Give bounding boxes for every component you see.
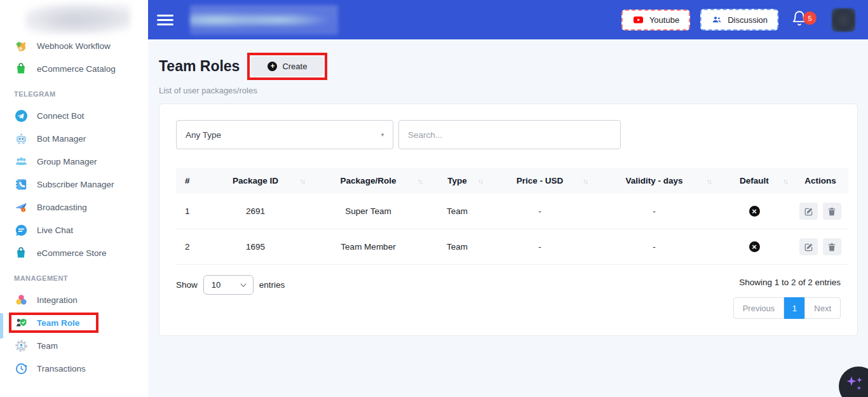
cell-package-id: 1695 <box>201 229 309 265</box>
sort-icon[interactable]: ↑↓ <box>707 177 711 185</box>
sidebar-item-label: Transactions <box>37 364 86 373</box>
sparkles-icon <box>845 375 864 394</box>
cell-price: - <box>487 229 592 265</box>
sidebar: Webhook Workflow eCommerce Catalog TELEG… <box>0 0 148 397</box>
telegram-icon <box>14 109 28 123</box>
notifications-button[interactable]: 5 <box>791 10 810 29</box>
youtube-icon <box>632 15 644 25</box>
roles-table: # Package ID↑↓ Package/Role↑↓ Type↑↓ Pri… <box>176 168 848 265</box>
edit-pencil-icon <box>804 207 813 216</box>
youtube-button[interactable]: Youtube <box>621 10 690 30</box>
create-button-label: Create <box>282 62 307 71</box>
sidebar-item-label: Bot Manager <box>37 134 86 144</box>
cell-package-id: 2691 <box>201 194 309 229</box>
create-button[interactable]: + Create <box>251 57 323 76</box>
sort-icon[interactable]: ↑↓ <box>583 177 587 185</box>
sidebar-item-label: Group Manager <box>37 157 97 166</box>
sidebar-item-label: eCommerce Catalog <box>37 64 116 74</box>
sidebar-item-broadcasting[interactable]: 1 Broadcasting <box>0 196 148 219</box>
column-header-package-id[interactable]: Package ID↑↓ <box>201 168 309 194</box>
transactions-history-icon <box>14 361 28 375</box>
sidebar-item-ecommerce-catalog[interactable]: eCommerce Catalog <box>0 57 148 80</box>
brand-logo <box>190 5 338 35</box>
cell-package-role: Team Member <box>309 229 427 265</box>
table-row: 1 2691 Super Team Team - - × <box>176 194 848 229</box>
user-avatar[interactable] <box>832 8 855 32</box>
sidebar-item-webhook-workflow[interactable]: Webhook Workflow <box>0 34 148 57</box>
table-header-row: # Package ID↑↓ Package/Role↑↓ Type↑↓ Pri… <box>176 168 848 194</box>
team-gear-icon <box>14 339 28 353</box>
sidebar-item-connect-bot[interactable]: Connect Bot <box>0 104 148 127</box>
column-header-default[interactable]: Default↑↓ <box>716 168 792 194</box>
column-header-type[interactable]: Type↑↓ <box>427 168 487 194</box>
cell-default: × <box>716 194 792 229</box>
trash-icon <box>827 243 836 252</box>
column-header-price[interactable]: Price - USD↑↓ <box>487 168 592 194</box>
sidebar-item-integration[interactable]: Integration <box>0 288 148 311</box>
search-input[interactable] <box>398 120 621 149</box>
trash-icon <box>827 207 836 216</box>
chat-bubble-icon <box>14 223 28 237</box>
sidebar-item-team[interactable]: Team <box>0 334 148 357</box>
sidebar-item-label: Live Chat <box>37 225 73 235</box>
pagination-previous-button[interactable]: Previous <box>733 297 785 319</box>
entries-per-page-group: Show 10 entries <box>176 275 285 295</box>
sidebar-item-label: Broadcasting <box>37 203 87 212</box>
pagination-page-1-button[interactable]: 1 <box>784 297 804 319</box>
sidebar-item-ecommerce-store[interactable]: eCommerce Store <box>0 241 148 264</box>
delete-button[interactable] <box>823 238 841 255</box>
sidebar-item-label: Team <box>37 341 58 351</box>
entries-per-page-value: 10 <box>212 280 220 290</box>
sort-icon[interactable]: ↑↓ <box>783 177 787 185</box>
top-navbar: Youtube Discussion 5 <box>148 0 868 39</box>
sort-icon[interactable]: ↑↓ <box>300 177 304 185</box>
sidebar-item-bot-manager[interactable]: Bot Manager <box>0 127 148 150</box>
cell-num: 2 <box>176 229 201 265</box>
page-content: Team Roles + Create List of user package… <box>148 39 868 336</box>
team-role-shield-icon <box>14 316 28 330</box>
cell-price: - <box>487 194 592 229</box>
sort-icon[interactable]: ↑↓ <box>478 177 482 185</box>
sidebar-section-management: MANAGEMENT <box>0 264 148 288</box>
entries-label: entries <box>259 280 285 290</box>
entries-per-page-select[interactable]: 10 <box>203 275 254 295</box>
cell-validity: - <box>592 194 716 229</box>
page-subtitle: List of user packages/roles <box>159 86 858 95</box>
discussion-button[interactable]: Discussion <box>700 9 778 30</box>
notification-count-badge: 5 <box>803 11 817 25</box>
contact-book-icon <box>14 177 28 191</box>
table-row: 2 1695 Team Member Team - - × <box>176 229 848 265</box>
chevron-down-icon <box>240 281 246 286</box>
sidebar-item-label: Team Role <box>37 318 79 328</box>
sidebar-item-live-chat[interactable]: Live Chat <box>0 219 148 241</box>
type-filter-select[interactable]: Any Type ▼ <box>176 120 393 149</box>
caret-down-icon: ▼ <box>380 132 385 138</box>
sidebar-item-team-role[interactable]: Team Role <box>0 311 148 334</box>
sidebar-item-transactions[interactable]: Transactions <box>0 357 148 380</box>
group-icon <box>14 154 28 168</box>
sort-icon[interactable]: ↑↓ <box>417 177 422 185</box>
sidebar-item-group-manager[interactable]: Group Manager <box>0 150 148 173</box>
sidebar-item-label: Integration <box>37 295 78 305</box>
active-item-indicator <box>0 313 3 339</box>
type-filter-value: Any Type <box>186 130 221 140</box>
topbar-actions: Youtube Discussion 5 <box>621 8 855 32</box>
column-header-validity[interactable]: Validity - days↑↓ <box>592 168 716 194</box>
robot-icon <box>14 131 28 145</box>
pagination-next-button[interactable]: Next <box>804 297 841 319</box>
sidebar-item-subscriber-manager[interactable]: Subscriber Manager <box>0 173 148 196</box>
edit-pencil-icon <box>804 243 813 252</box>
cell-type: Team <box>427 229 487 265</box>
app-root: Webhook Workflow eCommerce Catalog TELEG… <box>0 0 868 397</box>
show-label: Show <box>176 280 198 290</box>
edit-button[interactable] <box>799 203 818 220</box>
page-title: Team Roles <box>159 58 240 75</box>
delete-button[interactable] <box>823 203 841 220</box>
cell-package-role: Super Team <box>309 194 427 229</box>
discussion-people-icon <box>711 15 722 25</box>
sidebar-item-label: eCommerce Store <box>37 248 107 258</box>
hamburger-menu-icon[interactable] <box>157 15 173 25</box>
edit-button[interactable] <box>799 238 818 255</box>
column-header-package-role[interactable]: Package/Role↑↓ <box>309 168 427 194</box>
pagination: Previous 1 Next <box>733 297 841 319</box>
